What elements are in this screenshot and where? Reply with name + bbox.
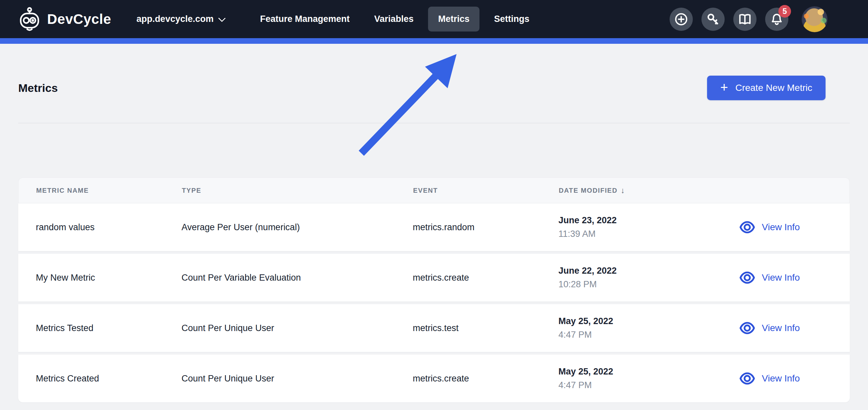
date-modified-cell: May 25, 2022 4:47 PM xyxy=(558,316,739,340)
metric-event-cell: metrics.random xyxy=(413,222,558,232)
key-icon xyxy=(706,12,720,26)
metric-event-cell: metrics.create xyxy=(413,273,558,283)
metric-name-cell: random values xyxy=(36,222,182,232)
view-info-link[interactable]: View Info xyxy=(739,320,836,336)
notifications-button[interactable]: 5 xyxy=(765,8,788,31)
page-header: Metrics + Create New Metric xyxy=(18,44,850,100)
create-new-metric-label: Create New Metric xyxy=(735,83,812,93)
user-avatar[interactable] xyxy=(802,6,828,32)
header-divider xyxy=(18,123,850,123)
eye-icon xyxy=(739,219,755,235)
metric-name-cell: Metrics Created xyxy=(36,374,182,384)
nav-metrics[interactable]: Metrics xyxy=(428,7,479,32)
nav-actions: 5 xyxy=(670,6,828,32)
view-info-link[interactable]: View Info xyxy=(739,270,836,286)
eye-icon xyxy=(739,320,755,336)
brand-name: DevCycle xyxy=(47,11,111,27)
nav-settings[interactable]: Settings xyxy=(484,7,539,32)
eye-icon xyxy=(739,270,755,286)
nav-feature-management[interactable]: Feature Management xyxy=(250,7,360,32)
plus-circle-icon xyxy=(674,12,688,26)
primary-nav: Feature Management Variables Metrics Set… xyxy=(250,7,544,32)
view-info-link[interactable]: View Info xyxy=(739,219,836,235)
table-row: random values Average Per User (numerica… xyxy=(18,203,850,251)
metrics-page: Metrics + Create New Metric Metric Name … xyxy=(0,44,868,402)
metric-type-cell: Count Per Variable Evaluation xyxy=(182,273,413,283)
date-modified-cell: June 22, 2022 10:28 PM xyxy=(558,266,739,290)
book-open-icon xyxy=(738,12,752,27)
date-modified-cell: May 25, 2022 4:47 PM xyxy=(558,367,739,390)
metric-name-cell: My New Metric xyxy=(36,273,182,283)
view-info-link[interactable]: View Info xyxy=(739,371,836,386)
metric-name-cell: Metrics Tested xyxy=(36,323,182,334)
page-title: Metrics xyxy=(18,82,58,95)
brand-logo[interactable]: DevCycle xyxy=(17,7,111,32)
metric-type-cell: Average Per User (numerical) xyxy=(182,222,413,232)
date-modified-cell: June 23, 2022 11:39 AM xyxy=(558,215,739,239)
table-row: Metrics Tested Count Per Unique User met… xyxy=(18,304,850,352)
column-header-date-modified[interactable]: Date Modified ↓ xyxy=(559,186,740,195)
table-body: random values Average Per User (numerica… xyxy=(18,203,850,402)
sort-desc-icon: ↓ xyxy=(621,186,625,195)
column-header-metric-name[interactable]: Metric Name xyxy=(36,187,182,194)
create-new-metric-button[interactable]: + Create New Metric xyxy=(707,75,826,100)
api-keys-button[interactable] xyxy=(702,8,725,31)
docs-button[interactable] xyxy=(733,8,756,31)
org-selector-label: app.devcycle.com xyxy=(136,14,214,24)
chevron-down-icon xyxy=(218,14,226,22)
table-row: My New Metric Count Per Variable Evaluat… xyxy=(18,254,850,302)
metric-event-cell: metrics.create xyxy=(413,374,558,384)
top-nav: DevCycle app.devcycle.com Feature Manage… xyxy=(0,0,868,38)
metric-event-cell: metrics.test xyxy=(413,323,558,334)
eye-icon xyxy=(739,371,755,386)
add-button[interactable] xyxy=(670,8,693,31)
table-row: Metrics Created Count Per Unique User me… xyxy=(18,355,850,402)
plus-icon: + xyxy=(720,81,728,94)
column-header-event[interactable]: Event xyxy=(413,187,559,194)
metric-type-cell: Count Per Unique User xyxy=(182,323,413,334)
metrics-table: Metric Name Type Event Date Modified ↓ r… xyxy=(18,178,850,402)
notification-badge: 5 xyxy=(778,5,791,18)
metric-type-cell: Count Per Unique User xyxy=(182,374,413,384)
org-selector[interactable]: app.devcycle.com xyxy=(136,14,224,24)
devcycle-robot-icon xyxy=(17,7,42,32)
column-header-type[interactable]: Type xyxy=(182,187,413,194)
table-header-row: Metric Name Type Event Date Modified ↓ xyxy=(18,178,850,203)
accent-strip xyxy=(0,38,868,44)
nav-variables[interactable]: Variables xyxy=(364,7,424,32)
